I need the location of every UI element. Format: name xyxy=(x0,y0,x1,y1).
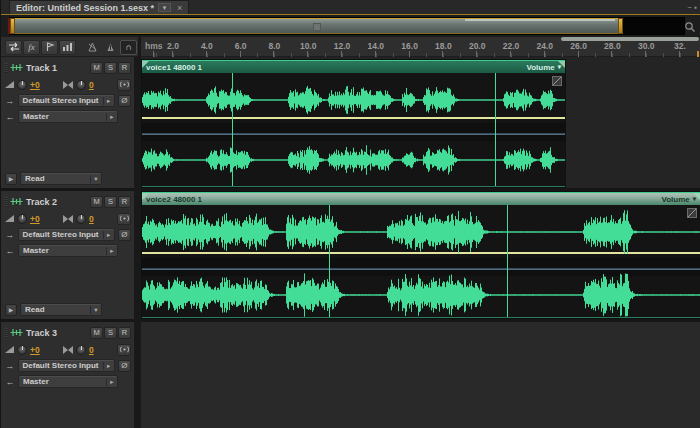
phase-invert-button[interactable]: Ø xyxy=(118,360,131,372)
arm-record-button[interactable]: R xyxy=(118,327,131,339)
track-3-mix-row: +0 0 xyxy=(4,342,131,357)
output-select[interactable]: Master ▸ xyxy=(18,375,118,388)
chevron-right-icon: ▸ xyxy=(106,113,117,121)
chevron-down-icon: ▾ xyxy=(693,195,696,203)
input-monitor-button[interactable] xyxy=(117,79,131,91)
pan-knob[interactable] xyxy=(76,345,86,355)
pan-value[interactable]: 0 xyxy=(89,214,94,224)
mute-button[interactable]: M xyxy=(90,327,103,339)
timeline-ruler[interactable]: hms 2.04.06.08.010.012.014.016.018.020.0… xyxy=(141,37,700,57)
track-1-automation-row: ▶ Read ▾ xyxy=(4,172,131,188)
input-monitor-button[interactable] xyxy=(117,344,131,356)
marker-button[interactable] xyxy=(41,40,58,55)
clip-voice1-header[interactable]: voice1 48000 1 Volume▾ xyxy=(142,60,565,73)
drag-grip-icon[interactable] xyxy=(4,328,8,338)
ruler-tick-label: 12.0 xyxy=(334,41,351,51)
editor-tab[interactable]: Editor: Untitled Session 1.sesx * ▾ × xyxy=(9,0,189,14)
output-select[interactable]: Master ▸ xyxy=(18,110,118,123)
navigator-grip[interactable] xyxy=(313,23,321,31)
solo-button[interactable]: S xyxy=(104,196,117,208)
clip-voice2[interactable]: voice2 48000 1 Volume▾ xyxy=(141,191,700,319)
track-name[interactable]: Track 1 xyxy=(26,63,57,73)
metronome-button[interactable] xyxy=(102,40,119,55)
output-select[interactable]: Master ▸ xyxy=(18,244,118,257)
clip-envelope-mode[interactable]: Volume▾ xyxy=(526,63,561,72)
panel-splitter[interactable] xyxy=(134,57,141,428)
input-select[interactable]: Default Stereo Input ▸ xyxy=(18,359,115,372)
mute-button[interactable]: M xyxy=(90,196,103,208)
track-3-header: Track 3 M S R xyxy=(4,325,131,340)
navigator-left-handle[interactable] xyxy=(10,18,15,34)
audition-multitrack-editor: Editor: Untitled Session 1.sesx * ▾ × −▪ xyxy=(0,0,700,428)
automation-expand-button[interactable]: ▶ xyxy=(5,173,17,185)
pan-icon xyxy=(63,346,73,354)
phase-invert-button[interactable]: Ø xyxy=(118,95,131,107)
volume-value[interactable]: +0 xyxy=(30,345,40,355)
arm-record-button[interactable]: R xyxy=(118,62,131,74)
track-name[interactable]: Track 2 xyxy=(26,197,57,207)
automation-expand-button[interactable]: ▶ xyxy=(5,304,17,316)
clip-hud-icon[interactable] xyxy=(552,76,562,86)
ruler-tick-label: 22.0 xyxy=(503,41,520,51)
waveform-voice2 xyxy=(142,205,700,318)
arm-record-button[interactable]: R xyxy=(118,196,131,208)
clip-voice2-body[interactable] xyxy=(142,205,700,318)
output-arrow-icon: ← xyxy=(5,377,15,387)
clip-hud-icon[interactable] xyxy=(687,208,697,218)
track-1-panel: Track 1 M S R +0 0 xyxy=(1,57,134,188)
volume-value[interactable]: +0 xyxy=(30,214,40,224)
snap-toggle-button[interactable]: ∩ xyxy=(120,40,137,55)
solo-button[interactable]: S xyxy=(104,62,117,74)
phase-invert-button[interactable]: Ø xyxy=(118,229,131,241)
chevron-right-icon: ▸ xyxy=(103,97,114,105)
drag-grip-icon[interactable] xyxy=(4,63,8,73)
navigator-selection[interactable] xyxy=(10,18,623,34)
input-arrow-icon: → xyxy=(5,361,15,371)
metering-button[interactable] xyxy=(59,40,76,55)
move-tool-button[interactable] xyxy=(5,40,22,55)
pan-knob[interactable] xyxy=(76,80,86,90)
volume-fader-icon xyxy=(5,346,14,353)
clip-voice2-header[interactable]: voice2 48000 1 Volume▾ xyxy=(142,192,700,205)
clip-voice1-body[interactable] xyxy=(142,73,565,187)
input-monitor-button[interactable] xyxy=(117,213,131,225)
solo-button[interactable]: S xyxy=(104,327,117,339)
chevron-right-icon: ▸ xyxy=(106,247,117,255)
ruler-scrollbar-thumb[interactable] xyxy=(561,37,699,41)
mute-button[interactable]: M xyxy=(90,62,103,74)
input-select[interactable]: Default Stereo Input ▸ xyxy=(18,94,115,107)
effects-rack-button[interactable]: fx xyxy=(23,40,40,55)
track-2-lane[interactable]: voice2 48000 1 Volume▾ xyxy=(141,191,700,319)
pan-value[interactable]: 0 xyxy=(89,345,94,355)
pan-knob[interactable] xyxy=(76,214,86,224)
pan-value[interactable]: 0 xyxy=(89,80,94,90)
chevron-down-icon: ▾ xyxy=(90,175,101,183)
volume-value[interactable]: +0 xyxy=(30,80,40,90)
metronome-off-button[interactable] xyxy=(84,40,101,55)
drag-grip-icon[interactable] xyxy=(4,197,8,207)
ruler-tick-label: 10.0 xyxy=(300,41,317,51)
track-3-lane[interactable] xyxy=(141,322,700,428)
clip-envelope-mode[interactable]: Volume▾ xyxy=(661,195,696,204)
panel-menu-button[interactable]: −▪ xyxy=(687,3,697,12)
level-bars-icon xyxy=(62,42,73,52)
automation-mode-select[interactable]: Read ▾ xyxy=(20,172,102,185)
track-1-lane[interactable]: voice1 48000 1 Volume▾ xyxy=(141,57,700,188)
track-panels-column: Track 1 M S R +0 0 xyxy=(1,57,134,428)
track-1-input-row: → Default Stereo Input ▸ Ø xyxy=(4,93,131,108)
volume-knob[interactable] xyxy=(17,80,27,90)
chevron-right-icon: ▸ xyxy=(103,362,114,370)
navigator-track[interactable] xyxy=(9,17,685,35)
navigator-zoom-icon[interactable] xyxy=(684,19,696,31)
output-arrow-icon: ← xyxy=(5,112,15,122)
clip-voice1[interactable]: voice1 48000 1 Volume▾ xyxy=(141,59,566,188)
navigator-right-handle[interactable] xyxy=(618,18,623,34)
tab-close-icon[interactable]: × xyxy=(175,3,184,13)
ruler-tick-label: 20.0 xyxy=(469,41,486,51)
input-select[interactable]: Default Stereo Input ▸ xyxy=(18,228,115,241)
track-name[interactable]: Track 3 xyxy=(26,328,57,338)
volume-knob[interactable] xyxy=(17,345,27,355)
automation-mode-select[interactable]: Read ▾ xyxy=(20,303,102,316)
tab-dropdown-icon[interactable]: ▾ xyxy=(158,3,171,12)
volume-knob[interactable] xyxy=(17,214,27,224)
